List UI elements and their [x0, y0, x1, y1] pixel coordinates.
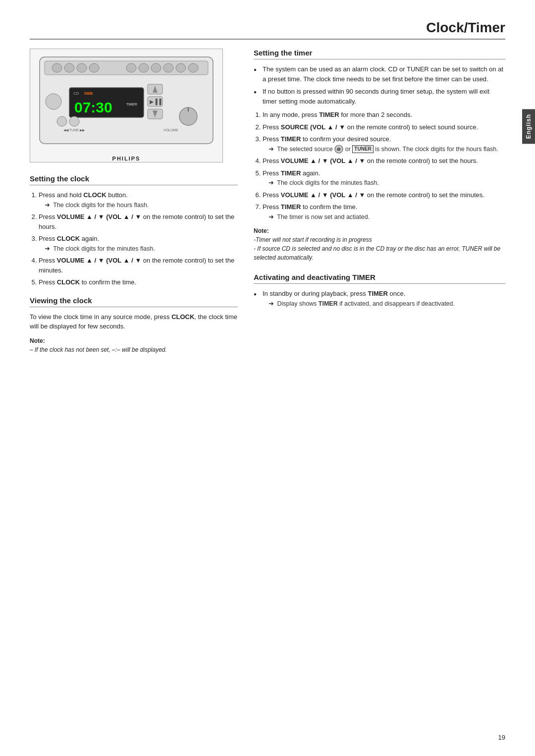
- tuner-box-label: TUNER: [352, 145, 373, 153]
- step-clock-4: Press VOLUME ▲ / ▼ (VOL ▲ / ▼ on the rem…: [39, 256, 238, 275]
- step-clock-3-sub: ➜ The clock digits for the minutes flash…: [39, 245, 155, 252]
- timer-note-line2: - If source CD is selected and no disc i…: [254, 245, 500, 261]
- svg-point-25: [69, 116, 79, 126]
- activating-bullets: In standby or during playback, press TIM…: [254, 289, 505, 308]
- step-timer-1: In any mode, press TIMER for more than 2…: [263, 110, 505, 120]
- timer-bold-3: TIMER: [281, 135, 301, 143]
- section-setting-clock-title: Setting the clock: [30, 174, 238, 185]
- device-image: CD DBB 07:30 TIMER: [30, 49, 223, 162]
- main-content: CD DBB 07:30 TIMER: [30, 49, 505, 354]
- section-viewing-clock-title: Viewing the clock: [30, 296, 238, 307]
- viewing-clock-note-label: Note:: [30, 337, 45, 344]
- setting-clock-steps: Press and hold CLOCK button. ➜ The clock…: [30, 190, 238, 287]
- left-column: CD DBB 07:30 TIMER: [30, 49, 238, 354]
- cd-icon-wrap: CD: [334, 145, 343, 154]
- cd-icon: CD: [334, 145, 343, 154]
- timer-bold-act: TIMER: [368, 290, 387, 297]
- svg-point-9: [163, 63, 173, 72]
- timer-bold-1: TIMER: [319, 111, 339, 118]
- svg-point-11: [188, 63, 198, 72]
- svg-point-12: [46, 94, 61, 109]
- page-number: 19: [498, 734, 505, 741]
- volume-bold-4: VOLUME ▲ / ▼ (VOL ▲ / ▼: [57, 257, 141, 264]
- language-tab: English: [522, 109, 535, 144]
- setting-timer-note: Note: -Timer will not start if recording…: [254, 226, 505, 262]
- setting-timer-bullets: The system can be used as an alarm clock…: [254, 64, 505, 106]
- source-bold-2: SOURCE (VOL ▲ / ▼: [281, 123, 345, 131]
- svg-text:TIMER: TIMER: [126, 103, 137, 106]
- page: Clock/Timer English: [0, 0, 535, 756]
- clock-bold-3: CLOCK: [57, 235, 80, 242]
- step-timer-3-sub: ➜ The selected source CD or TUNER is sho…: [263, 146, 498, 153]
- step-clock-5: Press CLOCK to confirm the time.: [39, 277, 238, 287]
- step-timer-7: Press TIMER to confirm the time. ➜ The t…: [263, 202, 505, 221]
- page-title: Clock/Timer: [30, 20, 505, 40]
- clock-bold-1: CLOCK: [83, 191, 106, 199]
- activating-sub: ➜ Display shows TIMER if activated, and …: [263, 300, 455, 307]
- viewing-clock-note: Note: – If the clock has not been set, –…: [30, 336, 238, 354]
- section-setting-timer-title: Setting the timer: [254, 49, 505, 59]
- svg-text:◀◀ TUNE ▶▶: ◀◀ TUNE ▶▶: [63, 128, 85, 132]
- step-clock-3: Press CLOCK again. ➜ The clock digits fo…: [39, 234, 238, 253]
- svg-point-6: [126, 63, 136, 72]
- clock-bold-view: CLOCK: [171, 313, 194, 321]
- svg-text:▶▐▐: ▶▐▐: [150, 98, 161, 106]
- device-container: CD DBB 07:30 TIMER: [35, 50, 218, 162]
- svg-point-5: [89, 63, 99, 72]
- step-timer-5-sub: ➜ The clock digits for the minutes flash…: [263, 179, 379, 186]
- timer-bold-7: TIMER: [281, 203, 301, 211]
- step-clock-1: Press and hold CLOCK button. ➜ The clock…: [39, 190, 238, 210]
- timer-bold-display: TIMER: [319, 300, 338, 307]
- right-column: Setting the timer The system can be used…: [254, 49, 505, 354]
- svg-text:DBB: DBB: [84, 91, 93, 96]
- step-timer-4: Press VOLUME ▲ / ▼ (VOL ▲ / ▼ on the rem…: [263, 156, 505, 166]
- timer-bold-5: TIMER: [281, 169, 301, 177]
- step-timer-2: Press SOURCE (VOL ▲ / ▼ on the remote co…: [263, 122, 505, 132]
- svg-text:07:30: 07:30: [74, 99, 112, 115]
- svg-point-8: [151, 63, 161, 72]
- setting-timer-note-label: Note:: [254, 227, 269, 234]
- svg-point-10: [176, 63, 186, 72]
- step-timer-6: Press VOLUME ▲ / ▼ (VOL ▲ / ▼ on the rem…: [263, 190, 505, 200]
- activating-timer-bold: TIMER: [352, 273, 375, 281]
- timer-bullet-2: If no button is pressed within 90 second…: [254, 87, 505, 106]
- svg-point-3: [64, 63, 74, 72]
- svg-text:CD: CD: [337, 148, 341, 151]
- timer-bullet-1: The system can be used as an alarm clock…: [254, 64, 505, 84]
- step-timer-7-sub: ➜ The timer is now set and actiated.: [263, 214, 370, 220]
- section-activating-title: Activating and deactivating TIMER: [254, 273, 505, 284]
- svg-text:CD: CD: [73, 91, 79, 96]
- step-timer-5: Press TIMER again. ➜ The clock digits fo…: [263, 168, 505, 188]
- svg-text:VOLUME: VOLUME: [163, 128, 178, 132]
- setting-timer-steps: In any mode, press TIMER for more than 2…: [254, 110, 505, 221]
- clock-bold-5: CLOCK: [57, 278, 80, 286]
- philips-brand-label: PHILIPS: [112, 156, 141, 162]
- svg-point-4: [77, 63, 87, 72]
- step-clock-1-sub: ➜ The clock digits for the hours flash.: [39, 202, 149, 209]
- volume-bold-t4: VOLUME ▲ / ▼ (VOL ▲ / ▼: [281, 157, 365, 164]
- step-timer-3: Press TIMER to confirm your desired sour…: [263, 134, 505, 154]
- svg-point-2: [52, 63, 62, 72]
- step-clock-2: Press VOLUME ▲ / ▼ (VOL ▲ / ▼ on the rem…: [39, 212, 238, 231]
- svg-point-24: [57, 116, 67, 126]
- svg-point-7: [139, 63, 149, 72]
- timer-note-line1: -Timer will not start if recording is in…: [254, 236, 372, 243]
- volume-bold-2: VOLUME ▲ / ▼ (VOL ▲ / ▼: [57, 213, 141, 220]
- activating-bullet-1: In standby or during playback, press TIM…: [254, 289, 505, 308]
- device-svg: CD DBB 07:30 TIMER: [35, 50, 218, 154]
- volume-bold-t6: VOLUME ▲ / ▼ (VOL ▲ / ▼: [281, 191, 365, 199]
- viewing-clock-text: To view the clock time in any source mod…: [30, 312, 238, 331]
